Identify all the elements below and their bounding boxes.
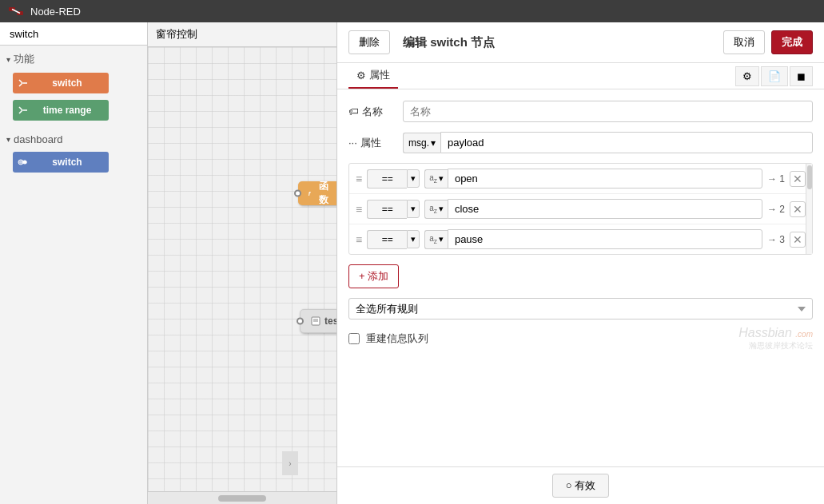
drag-handle-2[interactable]: ≡ bbox=[356, 203, 362, 216]
tab-settings-button[interactable]: ⚙ bbox=[735, 66, 759, 86]
dashboard-switch-node-badge: switch bbox=[13, 152, 109, 173]
rule-type-btn-3[interactable]: az ▾ bbox=[424, 230, 448, 249]
delete-button[interactable]: 删除 bbox=[348, 30, 390, 54]
titlebar: Node-RED bbox=[0, 0, 824, 22]
rule-value-container-1: az ▾ bbox=[424, 169, 762, 189]
canvas-area: 窗帘控制 switch bbox=[148, 22, 336, 504]
time-range-node-icon bbox=[18, 105, 29, 116]
rule-operator-3: == ▾ bbox=[367, 230, 420, 249]
sidebar-section-header-dashboard[interactable]: ▾ dashboard bbox=[0, 130, 147, 149]
rule-op-dropdown-3[interactable]: ▾ bbox=[407, 230, 420, 248]
rule-op-select-3[interactable]: == bbox=[367, 230, 407, 249]
table-row: ≡ == ▾ az ▾ → 2 ✕ bbox=[349, 194, 812, 224]
dashboard-switch-node-label: switch bbox=[39, 157, 82, 168]
svg-text:f: f bbox=[309, 190, 312, 197]
func-canvas-icon: f bbox=[308, 188, 316, 199]
property-label: ··· 属性 bbox=[348, 136, 396, 150]
cancel-button[interactable]: 取消 bbox=[723, 30, 765, 54]
dashboard-switch-node-icon bbox=[18, 157, 29, 168]
watermark-com: .com bbox=[795, 330, 813, 339]
canvas-toolbar-label: 窗帘控制 bbox=[156, 27, 197, 42]
tab-close-button[interactable]: ◼ bbox=[790, 66, 813, 86]
name-input[interactable] bbox=[403, 101, 813, 122]
rule-op-select-2[interactable]: == bbox=[367, 200, 407, 219]
sidebar-section-dashboard: ▾ dashboard switch bbox=[0, 127, 147, 179]
editor-header: 删除 编辑 switch 节点 取消 完成 bbox=[337, 22, 824, 63]
msg-type-select[interactable]: msg. ▾ bbox=[403, 133, 440, 153]
titlebar-title: Node-RED bbox=[30, 6, 81, 18]
canvas-toolbar: 窗帘控制 bbox=[148, 22, 336, 47]
canvas-connections bbox=[148, 47, 336, 491]
done-button[interactable]: 完成 bbox=[771, 30, 813, 54]
sidebar-item-time-range[interactable]: time range bbox=[0, 97, 147, 124]
rules-scrollbar bbox=[806, 164, 812, 254]
rebuild-checkbox[interactable] bbox=[348, 333, 360, 344]
rule-value-input-3[interactable] bbox=[448, 229, 762, 249]
property-row: ··· 属性 msg. ▾ bbox=[348, 132, 813, 153]
chevron-down-icon-rule-1: ▾ bbox=[439, 173, 444, 184]
sidebar-section-label-functions: 功能 bbox=[14, 52, 34, 66]
watermark: Hassbian .com 瀚思彼岸技术论坛 bbox=[738, 326, 813, 351]
rule-operator-2: == ▾ bbox=[367, 200, 420, 219]
drag-handle-3[interactable]: ≡ bbox=[356, 233, 362, 246]
canvas-bottom-bar bbox=[148, 491, 336, 504]
func-node-port-left bbox=[294, 190, 301, 197]
sidebar-item-dashboard-switch[interactable]: switch bbox=[0, 149, 147, 176]
test-canvas-icon bbox=[310, 315, 321, 327]
footer-valid-button[interactable]: ○ 有效 bbox=[552, 474, 609, 498]
tab-desc-button[interactable]: 📄 bbox=[761, 66, 788, 86]
canvas-scroll-handle[interactable]: › bbox=[282, 451, 298, 475]
select-all-row: 全选所有规则 bbox=[348, 298, 813, 319]
canvas-content[interactable]: switch f 函数 test bbox=[148, 47, 336, 491]
rule-arrow-1: → 1 bbox=[767, 173, 785, 185]
chevron-down-icon-rule-2: ▾ bbox=[439, 204, 444, 214]
rule-value-input-2[interactable] bbox=[448, 199, 762, 219]
tag-icon: 🏷 bbox=[348, 105, 359, 117]
msg-property-input[interactable] bbox=[440, 132, 813, 153]
rebuild-label: 重建信息队列 bbox=[366, 331, 428, 346]
rule-type-btn-2[interactable]: az ▾ bbox=[424, 200, 448, 219]
search-input[interactable] bbox=[10, 28, 144, 40]
editor-panel: 删除 编辑 switch 节点 取消 完成 ⚙ 属性 ⚙ 📄 ◼ bbox=[336, 22, 824, 504]
editor-left-actions: 删除 bbox=[348, 30, 390, 54]
editor-title: 编辑 switch 节点 bbox=[390, 35, 723, 50]
drag-handle-1[interactable]: ≡ bbox=[356, 173, 362, 185]
add-rule-button[interactable]: + 添加 bbox=[348, 264, 399, 288]
watermark-text: Hassbian bbox=[738, 326, 792, 339]
time-range-node-badge: time range bbox=[13, 100, 109, 121]
canvas-scrollbar-thumb bbox=[218, 495, 266, 502]
editor-right-actions: 取消 完成 bbox=[723, 30, 813, 54]
chevron-down-icon-rule-3: ▾ bbox=[439, 234, 444, 244]
node-red-logo-icon bbox=[8, 3, 24, 19]
rebuild-row: 重建信息队列 Hassbian .com 瀚思彼岸技术论坛 bbox=[348, 326, 813, 351]
name-row: 🏷 名称 bbox=[348, 101, 813, 122]
rules-container: ≡ == ▾ az ▾ → 1 ✕ bbox=[348, 163, 813, 255]
rule-delete-3[interactable]: ✕ bbox=[790, 232, 806, 248]
editor-body: 🏷 名称 ··· 属性 msg. ▾ bbox=[337, 89, 824, 466]
rule-type-btn-1[interactable]: az ▾ bbox=[424, 169, 448, 189]
rule-op-select-1[interactable]: == bbox=[367, 169, 407, 189]
rules-scrollbar-thumb bbox=[807, 165, 812, 189]
canvas-test-node[interactable]: test bbox=[300, 309, 336, 333]
rule-value-input-1[interactable] bbox=[448, 169, 762, 189]
rule-delete-1[interactable]: ✕ bbox=[790, 171, 806, 187]
tab-properties[interactable]: ⚙ 属性 bbox=[348, 63, 398, 89]
rule-type-label-3: az bbox=[429, 234, 437, 245]
canvas-func-node[interactable]: f 函数 bbox=[298, 181, 336, 205]
test-node-port-left bbox=[297, 318, 304, 325]
sidebar-section-functions: ▾ 功能 switch bbox=[0, 46, 147, 127]
sidebar-section-header-functions[interactable]: ▾ 功能 bbox=[0, 49, 147, 69]
tab-properties-label: 属性 bbox=[369, 68, 390, 82]
switch-node-label: switch bbox=[39, 77, 82, 89]
sidebar-item-switch[interactable]: switch bbox=[0, 69, 147, 97]
rule-arrow-2: → 2 bbox=[767, 204, 785, 215]
rule-op-dropdown-1[interactable]: ▾ bbox=[407, 169, 420, 188]
rules-scroll: ≡ == ▾ az ▾ → 1 ✕ bbox=[349, 164, 812, 254]
rule-delete-2[interactable]: ✕ bbox=[790, 201, 806, 217]
rule-arrow-3: → 3 bbox=[767, 234, 785, 245]
watermark-sub: 瀚思彼岸技术论坛 bbox=[738, 340, 813, 351]
rule-op-dropdown-2[interactable]: ▾ bbox=[407, 200, 420, 218]
rule-type-label-1: az bbox=[429, 173, 437, 185]
name-label: 🏷 名称 bbox=[348, 105, 396, 119]
select-all-dropdown[interactable]: 全选所有规则 bbox=[348, 298, 813, 319]
